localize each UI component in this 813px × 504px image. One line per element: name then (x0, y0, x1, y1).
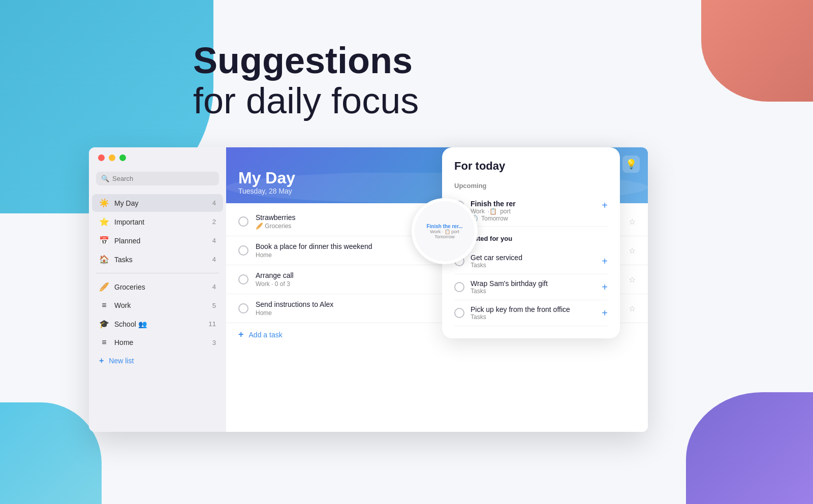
sidebar-label-home: Home (114, 338, 207, 346)
sidebar-item-home[interactable]: ≡ Home 3 (92, 334, 223, 351)
sun-icon: ☀️ (99, 198, 109, 208)
suggested-info-gift: Wrap Sam's birthday gift Tasks (471, 279, 596, 295)
groceries-icon: 🥖 (99, 282, 109, 292)
suggested-name-gift: Wrap Sam's birthday gift (471, 279, 596, 288)
sidebar-count-work: 5 (212, 302, 216, 309)
close-button[interactable] (98, 154, 105, 161)
list2-icon: ≡ (99, 338, 109, 347)
suggested-info-key: Pick up key from the front office Tasks (471, 305, 596, 321)
title-line2: for daily focus (193, 81, 419, 121)
sidebar-label-work: Work (114, 301, 207, 309)
sidebar-label-important: Important (114, 218, 207, 226)
plus-icon: + (99, 356, 104, 365)
task-checkbox-book-dinner[interactable] (238, 245, 248, 256)
suggested-item-gift[interactable]: Wrap Sam's birthday gift Tasks + (454, 274, 608, 300)
suggested-item-car[interactable]: Get car serviced Tasks + (454, 248, 608, 274)
sidebar-label-tasks: Tasks (114, 256, 207, 264)
suggested-list-gift: Tasks (471, 288, 596, 295)
calendar-icon: 📅 (99, 236, 109, 245)
page-title-area: Suggestions for daily focus (193, 41, 419, 121)
upcoming-doc-text: port (500, 208, 511, 215)
add-suggested-gift-button[interactable]: + (602, 281, 608, 293)
add-suggested-car-button[interactable]: + (602, 256, 608, 267)
sidebar-count-groceries: 4 (212, 283, 216, 291)
sidebar-label-school: School 👥 (114, 320, 204, 328)
suggested-checkbox-gift[interactable] (454, 282, 464, 292)
sidebar-count-planned: 4 (212, 237, 216, 244)
lightbulb-button[interactable]: 💡 (622, 155, 640, 173)
day-title: My Day (238, 169, 295, 187)
upcoming-date-text: Tomorrow (481, 215, 508, 222)
upcoming-date-finish: 🕐 Tomorrow (471, 215, 596, 222)
sidebar-count-important: 2 (212, 218, 216, 226)
suggested-item-key[interactable]: Pick up key from the front office Tasks … (454, 300, 608, 326)
day-subtitle: Tuesday, 28 May (238, 187, 295, 195)
suggested-section: Suggested for you Get car serviced Tasks… (454, 235, 608, 326)
add-suggested-key-button[interactable]: + (602, 307, 608, 319)
sidebar-item-tasks[interactable]: 🏠 Tasks 4 (92, 250, 223, 268)
upcoming-meta-finish: Work ·📋 port (471, 208, 596, 215)
star-icon: ⭐ (99, 217, 109, 227)
school-icon: 🎓 (99, 319, 109, 329)
add-task-label: Add a task (249, 331, 283, 339)
search-input[interactable] (112, 175, 214, 182)
bg-shape-blue-bottom (0, 402, 102, 504)
suggested-name-car: Get car serviced (471, 254, 596, 262)
sidebar-count-my-day: 4 (212, 199, 216, 207)
maximize-button[interactable] (119, 154, 126, 161)
task-checkbox-send-instructions[interactable] (238, 303, 248, 313)
bg-shape-purple (686, 392, 813, 504)
upcoming-item-finish[interactable]: Finish the rer Work ·📋 port 🕐 Tomorrow + (454, 196, 608, 227)
sidebar-item-my-day[interactable]: ☀️ My Day 4 (92, 194, 223, 212)
sidebar-count-home: 3 (212, 339, 216, 346)
sidebar-item-work[interactable]: ≡ Work 5 (92, 297, 223, 314)
magnifier-content: Finish the rer... Work · 📋 port Tomorrow (422, 219, 466, 243)
sidebar-item-groceries[interactable]: 🥖 Groceries 4 (92, 278, 223, 296)
star-button-book-dinner[interactable]: ☆ (629, 246, 636, 256)
search-bar[interactable]: 🔍 (96, 172, 219, 185)
sidebar-label-groceries: Groceries (114, 283, 207, 291)
bg-shape-salmon (701, 0, 813, 102)
title-line1: Suggestions (193, 41, 419, 81)
sidebar: 🔍 ☀️ My Day 4 ⭐ Important 2 📅 Planned 4 … (89, 147, 226, 432)
task-checkbox-arrange-call[interactable] (238, 274, 248, 285)
list-icon: ≡ (99, 301, 109, 310)
sidebar-count-school: 11 (209, 320, 216, 328)
traffic-lights (98, 154, 126, 161)
new-list-button[interactable]: + New list (92, 352, 223, 369)
minimize-button[interactable] (109, 154, 115, 161)
sidebar-item-planned[interactable]: 📅 Planned 4 (92, 232, 223, 249)
upcoming-section-label: Upcoming (454, 182, 608, 190)
home-icon: 🏠 (99, 255, 109, 264)
star-button-arrange-call[interactable]: ☆ (629, 275, 636, 285)
sidebar-count-tasks: 4 (212, 256, 216, 263)
add-task-plus-icon: + (238, 329, 244, 340)
suggested-checkbox-key[interactable] (454, 308, 464, 318)
add-upcoming-finish-button[interactable]: + (602, 200, 608, 211)
for-today-title: For today (454, 160, 608, 173)
upcoming-doc-icon: ·📋 (488, 208, 497, 215)
star-button-send-instructions[interactable]: ☆ (629, 304, 636, 313)
suggested-list-car: Tasks (471, 262, 596, 269)
sidebar-label-my-day: My Day (114, 199, 207, 207)
sidebar-item-important[interactable]: ⭐ Important 2 (92, 213, 223, 231)
sidebar-label-planned: Planned (114, 237, 207, 245)
star-button-strawberries[interactable]: ☆ (629, 217, 636, 227)
suggested-list-key: Tasks (471, 313, 596, 321)
task-checkbox-strawberries[interactable] (238, 216, 248, 227)
upcoming-name-finish: Finish the rer (471, 200, 596, 208)
suggested-name-key: Pick up key from the front office (471, 305, 596, 313)
lightbulb-icon: 💡 (626, 159, 637, 170)
suggested-info-car: Get car serviced Tasks (471, 254, 596, 269)
magnifier-circle: Finish the rer... Work · 📋 port Tomorrow (412, 198, 478, 264)
sidebar-item-school[interactable]: 🎓 School 👥 11 (92, 315, 223, 333)
new-list-label: New list (109, 357, 134, 365)
search-icon: 🔍 (101, 175, 109, 182)
upcoming-info-finish: Finish the rer Work ·📋 port 🕐 Tomorrow (471, 200, 596, 222)
sidebar-divider (96, 273, 219, 273)
